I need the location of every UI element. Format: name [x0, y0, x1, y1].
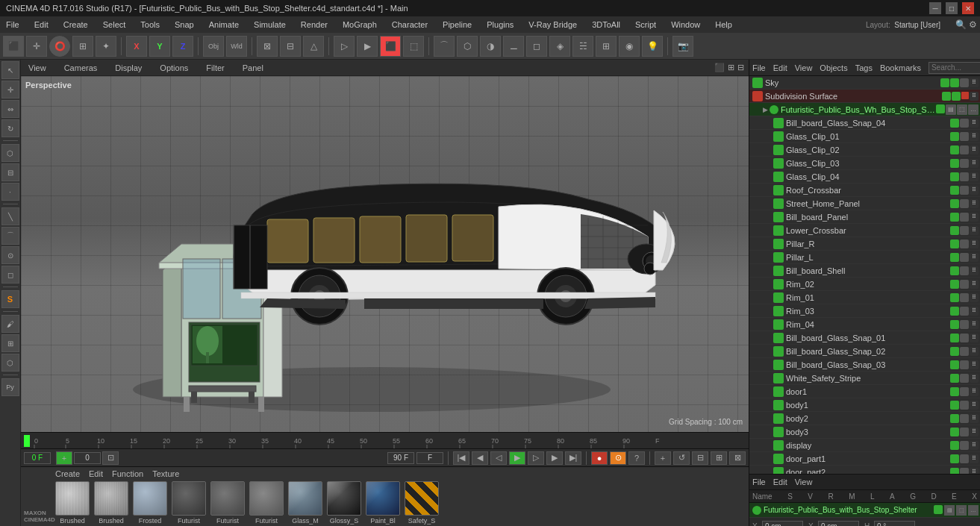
- obj-red-btn-subdivsurf[interactable]: [961, 92, 969, 99]
- toolbar-render3[interactable]: ⬛: [380, 36, 401, 57]
- menu-pipeline[interactable]: Pipeline: [440, 19, 475, 31]
- mat-menu-edit[interactable]: Edit: [89, 469, 103, 478]
- viewport[interactable]: X Y Z Perspective Grid Spacing : 100 cm: [21, 76, 749, 432]
- side-tool-knife[interactable]: ╲: [1, 207, 19, 225]
- prop-menu-file[interactable]: File: [752, 478, 766, 486]
- mat-brushed-1[interactable]: Brushed: [55, 481, 90, 525]
- record-btn[interactable]: ●: [591, 451, 608, 465]
- menu-select[interactable]: Select: [100, 19, 129, 31]
- menu-simulate[interactable]: Simulate: [251, 19, 289, 31]
- loop-btn[interactable]: ↺: [673, 451, 690, 465]
- side-tool-s[interactable]: S: [1, 290, 19, 308]
- mat-menu-create[interactable]: Create: [55, 469, 80, 478]
- obj-item-glassclip01[interactable]: Glass_Clip_01 ⠿: [749, 130, 980, 143]
- autokey-btn[interactable]: ⊙: [610, 451, 626, 465]
- obj-item-rim04[interactable]: Rim_04 ⠿: [749, 318, 980, 331]
- prop-tag2[interactable]: ⬚: [956, 505, 967, 516]
- obj-menu-edit[interactable]: Edit: [773, 63, 787, 72]
- prop-tag1[interactable]: ▤: [944, 505, 955, 516]
- timeline[interactable]: 0 5 10 15 20 25 30 35: [21, 432, 749, 448]
- side-tool-edge[interactable]: ⊟: [1, 163, 19, 181]
- obj-item-doorpart1[interactable]: door_part1 ⠿: [749, 452, 980, 466]
- mat-paint[interactable]: Paint_Bl: [366, 481, 400, 525]
- obj-item-rim03[interactable]: Rim_03 ⠿: [749, 304, 980, 318]
- prev-key-btn[interactable]: ◁: [490, 451, 507, 465]
- prop-more[interactable]: …: [968, 505, 979, 516]
- obj-menu-view[interactable]: View: [795, 63, 813, 72]
- obj-menu-objects[interactable]: Objects: [820, 63, 847, 72]
- obj-item-rim02[interactable]: Rim_02 ⠿: [749, 278, 980, 291]
- vp-btn-cameras[interactable]: Cameras: [61, 63, 101, 73]
- side-tool-scale[interactable]: ⇔: [1, 100, 19, 118]
- obj-dots-btn-subdivsurf[interactable]: ⠿: [970, 92, 979, 101]
- obj-tag2-main[interactable]: ⬚: [957, 104, 967, 115]
- toolbar-snap3[interactable]: △: [303, 36, 324, 57]
- coord-x-pos[interactable]: 0 cm: [762, 521, 803, 526]
- toolbar-deform[interactable]: ☵: [572, 36, 593, 57]
- current-frame[interactable]: 0 F: [24, 452, 51, 464]
- goto-end-btn[interactable]: ▶|: [565, 451, 581, 465]
- toolbar-weld[interactable]: ◈: [549, 36, 570, 57]
- prop-selected-obj[interactable]: Futuristic_Public_Bus_with_Bus_Stop_Shel…: [749, 503, 980, 518]
- obj-item-glassclip02[interactable]: Glass_Clip_02 ⠿: [749, 143, 980, 157]
- obj-item-billshell[interactable]: Bill_board_Shell ⠿: [749, 264, 980, 278]
- settings-btn[interactable]: ⊞: [711, 451, 727, 465]
- vp-maximize-icon[interactable]: ⊟: [737, 63, 744, 72]
- vp-settings-icon[interactable]: ⊞: [728, 63, 734, 72]
- toolbar-z-axis[interactable]: Z: [172, 36, 193, 57]
- search-icon[interactable]: 🔍: [955, 19, 967, 30]
- toolbar-render1[interactable]: ▷: [334, 36, 355, 57]
- next-frame-btn[interactable]: ▶: [546, 451, 563, 465]
- vp-btn-panel[interactable]: Panel: [240, 63, 266, 73]
- toolbar-snap1[interactable]: ⊠: [257, 36, 278, 57]
- end-frame[interactable]: 90 F: [387, 452, 414, 464]
- menu-window[interactable]: Window: [668, 19, 703, 31]
- toolbar-tag[interactable]: ⊞: [596, 36, 617, 57]
- menu-vray[interactable]: V-Ray Bridge: [525, 19, 580, 31]
- toolbar-mode-btn[interactable]: ⬛: [3, 36, 24, 57]
- obj-list[interactable]: Sky ⠿ Subdivision Surface ⠿: [749, 76, 980, 474]
- side-tool-bridge[interactable]: ⌒: [1, 227, 19, 245]
- key-nav-btn[interactable]: ⊡: [102, 451, 119, 465]
- mat-menu-function[interactable]: Function: [112, 469, 143, 478]
- toolbar-free-btn[interactable]: ✦: [96, 36, 116, 57]
- key-value[interactable]: 0: [74, 452, 101, 464]
- obj-item-billglass01[interactable]: Bill_board_Glass_Snap_01 ⠿: [749, 331, 980, 345]
- toolbar-light[interactable]: 💡: [642, 36, 663, 57]
- side-tool-polygon[interactable]: ⬡: [1, 144, 19, 162]
- obj-item-whitesafety[interactable]: White_Safety_Stripe ⠿: [749, 372, 980, 385]
- obj-tag-main[interactable]: ▤: [946, 104, 956, 115]
- obj-item-billpanel[interactable]: Bill_board_Panel ⠿: [749, 210, 980, 224]
- coord-x-pos2[interactable]: 0 cm: [818, 521, 859, 526]
- obj-item-pillarr[interactable]: Pillar_R ⠿: [749, 237, 980, 251]
- obj-item-subdivsurf[interactable]: Subdivision Surface ⠿: [749, 90, 980, 103]
- obj-item-rim01[interactable]: Rim_01 ⠿: [749, 291, 980, 304]
- obj-item-billglass03[interactable]: Bill_board_Glass_Snap_03 ⠿: [749, 358, 980, 372]
- mat-glass[interactable]: Glass_M: [288, 481, 322, 525]
- timeline-btn[interactable]: ⊠: [729, 451, 746, 465]
- obj-more-main[interactable]: …: [968, 104, 979, 115]
- obj-menu-bookmarks[interactable]: Bookmarks: [880, 63, 921, 72]
- mat-frosted[interactable]: Frosted: [133, 481, 167, 525]
- side-tool-move[interactable]: ✛: [1, 81, 19, 98]
- obj-item-bill04[interactable]: Bill_board_Glass_Snap_04 ⠿: [749, 116, 980, 130]
- menu-3dtoall[interactable]: 3DToAll: [589, 19, 623, 31]
- gear-icon[interactable]: ⚙: [969, 19, 977, 30]
- menu-edit[interactable]: Edit: [31, 19, 52, 31]
- obj-item-billglass02[interactable]: Bill_board_Glass_Snap_02 ⠿: [749, 345, 980, 358]
- obj-vis-btn-subdivsurf[interactable]: [942, 92, 951, 101]
- obj-vis-btn-sky[interactable]: [940, 78, 949, 87]
- obj-item-glassclip03[interactable]: Glass_Clip_03 ⠿: [749, 157, 980, 170]
- mat-menu-texture[interactable]: Texture: [152, 469, 179, 478]
- mat-futurist-2[interactable]: Futurist: [210, 481, 245, 525]
- goto-start-btn[interactable]: |◀: [453, 451, 469, 465]
- toolbar-knife[interactable]: ⚊: [503, 36, 524, 57]
- prop-menu-view[interactable]: View: [795, 478, 813, 486]
- toolbar-loop[interactable]: ◻: [526, 36, 547, 57]
- side-tool-select[interactable]: ↖: [1, 61, 19, 79]
- toolbar-mat[interactable]: ◉: [619, 36, 640, 57]
- obj-item-roofcross[interactable]: Roof_Crossbar ⠿: [749, 184, 980, 197]
- toolbar-render4[interactable]: ⬚: [403, 36, 424, 57]
- add-keyframe-btn[interactable]: +: [56, 451, 72, 465]
- obj-item-main-group[interactable]: ▶ Futuristic_Public_Bus_Wh_Bus_Stop_Shel…: [749, 103, 980, 116]
